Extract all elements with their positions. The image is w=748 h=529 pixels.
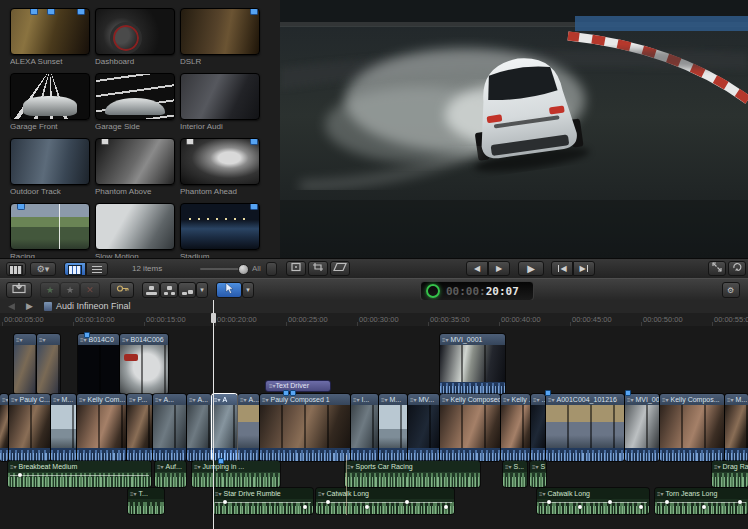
clip-menu-icon[interactable]: ≡▾ [11, 396, 18, 403]
automation-keyframe[interactable] [665, 500, 669, 504]
playhead[interactable] [213, 300, 214, 529]
clip-menu-icon[interactable]: ≡▾ [532, 463, 539, 470]
automation-keyframe[interactable] [578, 505, 582, 509]
automation-keyframe[interactable] [702, 505, 706, 509]
automation-keyframe[interactable] [444, 505, 448, 509]
filter-button[interactable] [266, 262, 277, 276]
tool-dropdown[interactable]: ▾ [242, 282, 254, 298]
clip-menu-icon[interactable]: ≡▾ [727, 396, 734, 403]
background-tasks-gauge-icon[interactable] [426, 284, 440, 298]
audio-clip-auf[interactable]: ≡▾Auf... [155, 461, 186, 487]
primary-clip-kelly[interactable]: ≡▾Kelly ... [501, 394, 530, 461]
connected-clip-b014c006[interactable]: ≡▾B014C006 [120, 334, 168, 394]
automation-keyframe[interactable] [738, 500, 742, 504]
append-edit-button[interactable] [178, 282, 196, 298]
clip-menu-icon[interactable]: ≡▾ [155, 396, 162, 403]
timeline-back-button[interactable]: ◀ [8, 301, 15, 311]
marker-badge-icon[interactable] [250, 139, 258, 145]
transform-button[interactable] [286, 261, 306, 276]
play-button[interactable]: ▶ [518, 261, 544, 276]
marker-badge-icon[interactable] [250, 204, 258, 210]
audio-clip-catwalk-long[interactable]: ≡▾Catwalk Long [316, 488, 454, 514]
keyword-badge-icon[interactable] [101, 139, 109, 145]
audio-clip-catwalk-long[interactable]: ≡▾Catwalk Long [537, 488, 649, 514]
audio-clip-t[interactable]: ≡▾T... [128, 488, 164, 514]
import-media-button[interactable] [6, 282, 32, 298]
loop-button[interactable] [728, 261, 746, 276]
viewer-canvas[interactable] [280, 0, 748, 258]
clip-menu-icon[interactable]: ≡▾ [381, 396, 388, 403]
clip-menu-icon[interactable]: ≡▾ [347, 463, 354, 470]
clip-menu-icon[interactable]: ≡▾ [318, 490, 325, 497]
clip-menu-icon[interactable]: ≡▾ [627, 396, 634, 403]
clip-menu-icon[interactable]: ≡▾ [16, 336, 23, 343]
automation-keyframe[interactable] [547, 500, 551, 504]
clip-menu-icon[interactable]: ≡▾ [240, 396, 247, 403]
audio-clip-jumping-in[interactable]: ≡▾Jumping in ... [192, 461, 280, 487]
clip-menu-icon[interactable]: ≡▾ [2, 396, 8, 403]
clip-menu-icon[interactable]: ≡▾ [442, 336, 449, 343]
favorite-button[interactable]: ★ [40, 282, 60, 298]
clip-menu-icon[interactable]: ≡▾ [657, 490, 664, 497]
clip-menu-icon[interactable]: ≡▾ [662, 396, 669, 403]
timeline-marker[interactable] [545, 390, 551, 396]
primary-clip-a[interactable]: ≡▾A... [153, 394, 186, 461]
gear-menu-button[interactable]: ⚙▾ [30, 262, 56, 276]
primary-clip-kelly-composed-2[interactable]: ≡▾Kelly Composed 2 [440, 394, 500, 461]
previous-edit-button[interactable]: ◀ [551, 261, 573, 276]
marker-badge-icon[interactable] [17, 204, 25, 210]
clip-menu-icon[interactable]: ≡▾ [10, 463, 17, 470]
primary-clip-a[interactable]: ≡▾A... [238, 394, 259, 461]
audio-clip-sports-car-racing[interactable]: ≡▾Sports Car Racing [345, 461, 480, 487]
primary-clip-kelly-com[interactable]: ≡▾Kelly Com... [77, 394, 126, 461]
browser-thumbnail-phantom-ahead[interactable] [180, 138, 260, 185]
edit-options-dropdown[interactable]: ▾ [196, 282, 208, 298]
volume-automation-line[interactable] [657, 502, 746, 503]
browser-thumbnail-slow-motion[interactable] [95, 203, 175, 250]
timeline-marker[interactable] [625, 390, 631, 396]
browser-thumbnail-dslr[interactable] [180, 8, 260, 55]
clip-menu-icon[interactable]: ≡▾ [39, 336, 46, 343]
audio-clip-s[interactable]: ≡▾S... [503, 461, 527, 487]
clip-duration-button[interactable] [6, 262, 26, 276]
primary-clip-i[interactable]: ≡▾I... [351, 394, 378, 461]
browser-thumbnail-interior-audi[interactable] [180, 73, 260, 120]
primary-clip-kelly-compos[interactable]: ≡▾Kelly Compos... [660, 394, 724, 461]
automation-keyframe[interactable] [405, 500, 409, 504]
clip-menu-icon[interactable]: ≡▾ [548, 396, 555, 403]
clip-menu-icon[interactable]: ≡▾ [79, 396, 86, 403]
keyword-button[interactable] [110, 282, 134, 298]
timeline-ruler[interactable]: 00:00:05:0000:00:10:0000:00:15:0000:00:2… [0, 313, 748, 327]
clip-menu-icon[interactable]: ≡▾ [505, 463, 512, 470]
audio-clip-star-drive-rumble[interactable]: ≡▾Star Drive Rumble [213, 488, 313, 514]
clip-menu-icon[interactable]: ≡▾ [130, 490, 137, 497]
title-clip-text-driver[interactable]: ≡▾Text Driver [265, 380, 331, 392]
clip-menu-icon[interactable]: ≡▾ [122, 336, 129, 343]
primary-clip-pauly-composed-1[interactable]: ≡▾Pauly Composed 1 [260, 394, 350, 461]
primary-clip-a[interactable]: ≡▾A [212, 394, 237, 461]
clip-menu-icon[interactable]: ≡▾ [129, 396, 136, 403]
primary-clip-mv[interactable]: ≡▾MV... [408, 394, 439, 461]
timeline-marker[interactable] [283, 390, 289, 396]
clip-menu-icon[interactable]: ≡▾ [262, 396, 269, 403]
browser-thumbnail-phantom-above[interactable] [95, 138, 175, 185]
connected-clip-1[interactable]: ≡▾ [37, 334, 60, 394]
crop-button[interactable] [308, 261, 328, 276]
audio-clip-s[interactable]: ≡▾S [530, 461, 546, 487]
marker-badge-icon[interactable] [250, 9, 258, 15]
audio-clip-breakbeat-medium[interactable]: ≡▾Breakbeat Medium [8, 461, 151, 487]
clip-menu-icon[interactable]: ≡▾ [503, 396, 510, 403]
timeline-forward-button[interactable]: ▶ [26, 301, 33, 311]
automation-keyframe[interactable] [223, 500, 227, 504]
volume-automation-line[interactable] [215, 502, 311, 503]
clip-menu-icon[interactable]: ≡▾ [533, 396, 540, 403]
tools-button[interactable]: ⚙ [722, 282, 740, 298]
volume-automation-line[interactable] [10, 475, 149, 476]
browser-thumbnail-garage-side[interactable] [95, 73, 175, 120]
primary-clip-p[interactable]: ≡▾P... [127, 394, 152, 461]
timeline-marker[interactable] [84, 332, 90, 338]
automation-keyframe[interactable] [326, 500, 330, 504]
connected-clip-0[interactable]: ≡▾ [14, 334, 36, 394]
volume-automation-line[interactable] [539, 502, 647, 503]
automation-keyframe[interactable] [639, 505, 643, 509]
